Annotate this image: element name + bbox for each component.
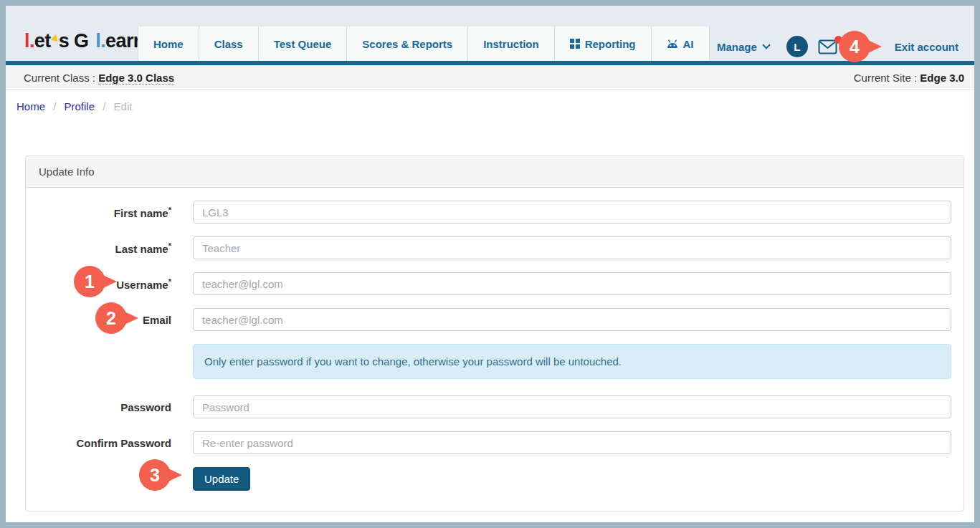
first-name-input[interactable] [193,201,951,224]
logo-apostrophe-triangle-icon [51,33,60,42]
last-name-label-text: Last name [115,243,168,255]
password-label-text: Password [120,401,171,413]
breadcrumb-profile[interactable]: Profile [65,100,95,112]
current-site-label: Current Site : [854,72,917,84]
breadcrumb: Home / Profile / Edit [6,90,974,123]
context-bar: Current Class : Edge 3.0 Class Current S… [6,65,974,90]
current-class: Current Class : Edge 3.0 Class [24,72,174,84]
nav-tab-class-label: Class [214,38,243,50]
alert-row: Only enter password if you want to chang… [26,344,951,379]
top-header: l.ets G l.earn Home Class Test Queue Sco… [6,6,974,61]
update-info-panel: Update Info First name* Last name* Usern… [25,155,964,512]
current-class-value[interactable]: Edge 3.0 Class [98,72,174,85]
nav-tab-class[interactable]: Class [199,27,259,61]
nav-tab-test-queue-label: Test Queue [274,38,332,50]
logo-l-blue: l. [95,32,105,51]
current-class-label: Current Class : [24,72,95,84]
logo-s: s [59,32,69,51]
manage-menu-button[interactable]: Manage [717,41,769,53]
password-input[interactable] [193,395,951,418]
first-name-field-wrap [193,201,951,224]
notification-dot [834,36,842,44]
breadcrumb-separator: / [103,100,105,112]
first-name-label: First name* [26,206,193,219]
current-site-value: Edge 3.0 [920,72,964,84]
user-toolbar: Manage L Exit account [717,36,958,57]
app-window: l.ets G l.earn Home Class Test Queue Sco… [6,6,974,522]
breadcrumb-current: Edit [114,100,133,112]
panel-title: Update Info [26,156,964,188]
avatar[interactable]: L [786,36,808,57]
form-row: Username* [26,272,951,295]
logo-l-red: l. [24,32,34,51]
required-asterisk: * [168,206,171,214]
nav-tab-instruction[interactable]: Instruction [468,27,555,61]
last-name-label: Last name* [26,241,193,255]
nav-tab-scores-reports-label: Scores & Reports [362,38,452,50]
main-content: Update Info First name* Last name* Usern… [6,123,974,512]
nav-tab-ai-label: AI [683,38,694,50]
username-label: Username* [26,277,193,291]
username-input[interactable] [193,272,951,295]
confirm-password-label: Confirm Password [26,437,193,449]
mail-button[interactable] [818,39,837,54]
current-site: Current Site : Edge 3.0 [854,72,964,84]
email-label: Email [26,314,193,326]
confirm-password-label-text: Confirm Password [76,437,171,449]
required-asterisk: * [168,241,171,250]
chevron-down-icon [762,41,770,49]
update-info-form: First name* Last name* Username* [26,188,964,511]
nav-tab-scores-reports[interactable]: Scores & Reports [347,27,468,61]
required-asterisk: * [168,277,171,286]
grid-icon [570,39,580,49]
username-label-text: Username [116,279,168,291]
confirm-password-input[interactable] [193,431,951,454]
main-nav: Home Class Test Queue Scores & Reports I… [138,27,710,61]
exit-account-link[interactable]: Exit account [895,41,958,53]
logo-g: G [74,32,88,51]
last-name-field-wrap [193,236,951,259]
brand-logo[interactable]: l.ets G l.earn [6,6,138,61]
button-row: Update [26,467,951,491]
form-row: Password [26,395,951,418]
manage-menu-label: Manage [717,41,757,53]
nav-tab-reporting[interactable]: Reporting [555,27,652,61]
nav-tab-home[interactable]: Home [138,27,199,61]
username-field-wrap [193,272,951,295]
form-row: Last name* [26,236,951,259]
password-field-wrap [193,395,951,418]
logo-et: et [34,32,51,51]
password-info-alert: Only enter password if you want to chang… [193,344,951,379]
nav-tab-ai[interactable]: AI [652,27,710,61]
robot-icon [667,39,678,49]
form-row: First name* [26,201,951,224]
nav-tab-home-label: Home [153,38,184,50]
email-label-text: Email [143,314,171,326]
email-input[interactable] [193,308,951,331]
form-row: Email [26,308,951,331]
first-name-label-text: First name [114,207,168,219]
update-button[interactable]: Update [193,467,250,491]
nav-tab-instruction-label: Instruction [483,38,539,50]
form-row: Confirm Password [26,431,951,454]
nav-tab-reporting-label: Reporting [585,38,636,50]
breadcrumb-separator: / [53,100,56,112]
confirm-password-field-wrap [193,431,951,454]
nav-tab-test-queue[interactable]: Test Queue [259,27,348,61]
password-label: Password [26,401,193,413]
email-field-wrap [193,308,951,331]
last-name-input[interactable] [193,236,951,259]
breadcrumb-home[interactable]: Home [16,100,45,112]
